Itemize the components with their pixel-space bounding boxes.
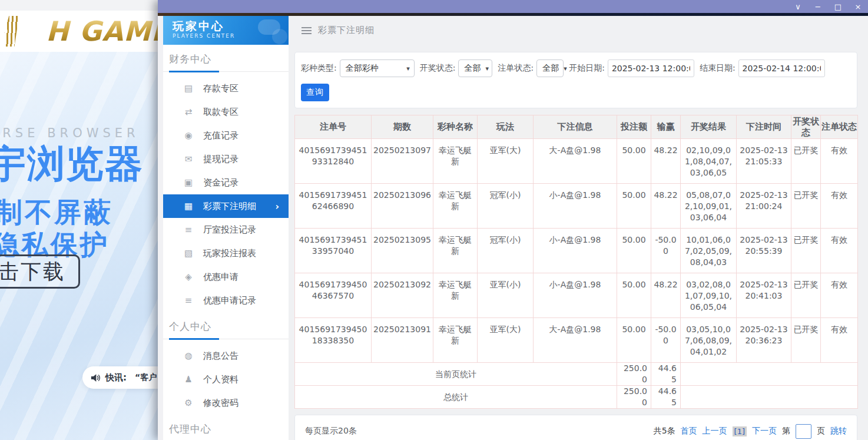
cell-play: 亚军(大) — [478, 318, 534, 363]
cell-bet-info: 小-A盘@1.98 — [534, 273, 617, 318]
end-date-input[interactable] — [738, 59, 825, 77]
draw-status-select[interactable]: 全部 ▾ — [458, 59, 492, 77]
sidebar-item-取款专区[interactable]: ⇄取款专区 — [163, 100, 289, 124]
sidebar-item-充值记录[interactable]: ◉充值记录 — [163, 124, 289, 147]
titlebar-chevron-down-icon[interactable]: ∨ — [794, 3, 802, 11]
cell-bet-amount: 50.00 — [617, 229, 651, 273]
cell-period: 20250213095 — [372, 229, 433, 273]
hall-record-list-icon: ≡ — [183, 224, 194, 235]
section-title: 个人中心 — [169, 320, 289, 333]
section-title: 代理中心 — [169, 422, 289, 436]
logo-text: H GAME — [46, 15, 170, 47]
cell-bet-info: 小-A盘@1.98 — [534, 184, 617, 229]
order-status-select[interactable]: 全部 ▾ — [536, 59, 564, 77]
page-jump-input[interactable] — [796, 424, 811, 439]
summary-bet-amount: 250.00 — [617, 386, 651, 409]
jump-button[interactable]: 跳转 — [830, 426, 847, 436]
order-status-value: 全部 — [542, 63, 559, 74]
sidebar-item-修改密码[interactable]: ⚙修改密码 — [163, 391, 289, 415]
cell-order-status: 有效 — [821, 139, 858, 184]
col-header-bet-time: 下注时间 — [737, 115, 791, 139]
wallet-icon: ✉ — [183, 154, 194, 164]
hh-game-logo: H GAME — [4, 15, 170, 47]
cell-bet-amount: 50.00 — [617, 318, 651, 363]
cell-bet-amount: 50.00 — [617, 273, 651, 318]
sidebar-item-优惠申请记录[interactable]: ≡优惠申请记录 — [163, 289, 289, 312]
cell-draw-status: 已开奖 — [791, 273, 821, 318]
sidebar-header: 玩家中心 PLAYERS CENTER — [163, 16, 289, 45]
pagination-bar: 每页显示20条 共5条 首页 上一页 [1] 下一页 第 页 跳转 — [294, 415, 857, 440]
page-title: 彩票下注明细 — [318, 25, 375, 36]
withdraw-hand-icon: ⇄ — [183, 107, 194, 117]
promo-record-list-icon: ≡ — [183, 295, 194, 306]
cell-order-status: 有效 — [821, 318, 858, 363]
close-button[interactable]: × — [854, 3, 862, 11]
minimize-button[interactable]: − — [814, 3, 822, 11]
sidebar: 玩家中心 PLAYERS CENTER 财务中心▤存款专区⇄取款专区◉充值记录✉… — [163, 16, 289, 440]
banner-line-2: 制不屏蔽 — [0, 194, 113, 231]
screen: H GAME ERSE BROWSER 宇浏览器 制不屏蔽 隐私保护 击下载 快… — [0, 0, 868, 440]
cell-play: 亚军(大) — [478, 139, 534, 184]
draw-status-label: 开奖状态: — [420, 63, 456, 74]
sidebar-item-厅室投注记录[interactable]: ≡厅室投注记录 — [163, 218, 289, 241]
jump-suffix-text: 页 — [817, 426, 825, 436]
sidebar-item-彩票下注明细[interactable]: ▦彩票下注明细› — [163, 194, 289, 218]
next-page-link[interactable]: 下一页 — [752, 426, 777, 436]
browser-promo-banner: ERSE BROWSER 宇浏览器 制不屏蔽 隐私保护 击下载 快讯: “客户 — [0, 52, 177, 440]
sidebar-item-优惠申请[interactable]: ◈优惠申请 — [163, 265, 289, 289]
start-date-input[interactable] — [608, 59, 694, 77]
section-title: 财务中心 — [169, 52, 289, 66]
select-arrow-icon: ▾ — [406, 65, 410, 72]
cell-draw-status: 已开奖 — [791, 139, 821, 184]
sidebar-item-label: 厅室投注记录 — [203, 224, 256, 236]
cell-order-id: 401569173945193312840 — [295, 139, 372, 184]
sidebar-item-消息公告[interactable]: ◍消息公告 — [163, 344, 289, 368]
filter-panel: 彩种类型: 全部彩种 ▾ 开奖状态: 全部 ▾ 注单状态: 全部 — [294, 52, 857, 108]
sidebar-item-资金记录[interactable]: ▣资金记录 — [163, 171, 289, 194]
hamburger-menu-icon[interactable] — [302, 27, 312, 34]
sidebar-item-提现记录[interactable]: ✉提现记录 — [163, 147, 289, 171]
cell-win-loss: 48.22 — [651, 184, 681, 229]
summary-row: 当前页统计250.0044.65 — [295, 363, 858, 386]
first-page-link[interactable]: 首页 — [681, 426, 697, 436]
sidebar-item-label: 充值记录 — [203, 130, 238, 141]
cell-draw-status: 已开奖 — [791, 184, 821, 229]
window-titlebar: ∨ − □ × — [158, 0, 868, 13]
sidebar-item-存款专区[interactable]: ▤存款专区 — [163, 77, 289, 100]
cell-order-id: 401569173945133957040 — [295, 229, 372, 273]
cell-draw-result: 03,05,10,07,06,08,09,04,01,02 — [681, 318, 737, 363]
deposit-card-icon: ▤ — [183, 83, 194, 94]
col-header-play: 玩法 — [478, 115, 534, 139]
query-button[interactable]: 查询 — [301, 84, 329, 101]
col-header-order-id: 注单号 — [295, 115, 372, 139]
cell-order-id: 401569173945162466890 — [295, 184, 372, 229]
cell-bet-time: 2025-02-13 20:55:39 — [737, 229, 791, 273]
table-row: 40156917394513395704020250213095幸运飞艇新冠军(… — [295, 229, 858, 273]
col-header-bet-info: 下注信息 — [534, 115, 617, 139]
prev-page-link[interactable]: 上一页 — [703, 426, 727, 436]
end-date-label: 结束日期: — [700, 63, 736, 74]
download-button[interactable]: 击下载 — [0, 254, 80, 289]
table-header-row: 注单号期数彩种名称玩法下注信息投注额输赢开奖结果下注时间开奖状态注单状态 — [295, 115, 858, 139]
cell-play: 冠军(小) — [478, 229, 534, 273]
page-size-text: 每页显示20条 — [305, 426, 357, 436]
ticker-label: 快讯: — [105, 372, 127, 383]
cell-period: 20250213096 — [372, 184, 433, 229]
summary-win-loss: 44.65 — [651, 363, 681, 386]
sidebar-item-label: 彩票下注明细 — [203, 201, 256, 212]
cell-order-id: 401569173945018338350 — [295, 318, 372, 363]
gear-icon: ⚙ — [183, 398, 194, 408]
cell-order-status: 有效 — [821, 184, 858, 229]
sidebar-item-玩家投注报表[interactable]: ▧玩家投注报表 — [163, 241, 289, 265]
maximize-button[interactable]: □ — [834, 3, 842, 11]
cell-win-loss: 48.22 — [651, 273, 681, 318]
sidebar-item-个人资料[interactable]: ♟个人资料 — [163, 368, 289, 391]
sidebar-item-label: 玩家投注报表 — [203, 248, 256, 259]
sidebar-item-label: 取款专区 — [203, 107, 238, 118]
cell-lottery-name: 幸运飞艇新 — [433, 318, 478, 363]
cell-lottery-name: 幸运飞艇新 — [433, 273, 478, 318]
lottery-type-select[interactable]: 全部彩种 ▾ — [340, 59, 415, 77]
section-underline — [163, 339, 289, 339]
cell-draw-status: 已开奖 — [791, 318, 821, 363]
sidebar-item-label: 消息公告 — [203, 350, 238, 362]
